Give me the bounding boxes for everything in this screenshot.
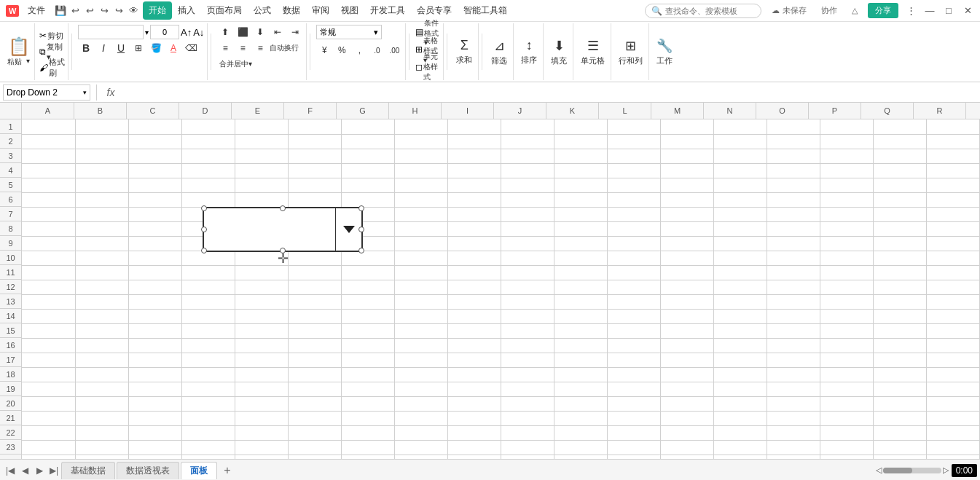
cell-I1[interactable]	[447, 119, 501, 134]
cell-O4[interactable]	[767, 163, 820, 178]
tab-formula[interactable]: 公式	[248, 1, 277, 20]
cell-J5[interactable]	[501, 178, 554, 192]
cell-B14[interactable]	[75, 309, 128, 323]
col-header-F[interactable]: F	[284, 103, 337, 119]
cell-H10[interactable]	[394, 251, 447, 265]
cell-L16[interactable]	[607, 338, 660, 353]
cell-B23[interactable]	[75, 440, 128, 455]
cell-M19[interactable]	[660, 382, 713, 396]
cell-I12[interactable]	[447, 280, 501, 294]
cell-C2[interactable]	[128, 134, 181, 149]
cell-R11[interactable]	[926, 265, 979, 280]
align-center-button[interactable]: ≡	[235, 41, 251, 55]
cell-I18[interactable]	[447, 367, 501, 382]
cell-B12[interactable]	[75, 280, 128, 294]
resize-handle-tl[interactable]	[201, 205, 207, 211]
cell-G18[interactable]	[341, 367, 394, 382]
row-col-button[interactable]: ⊞ 行和列	[616, 36, 646, 68]
cell-D16[interactable]	[181, 338, 235, 353]
cell-F10[interactable]	[288, 251, 341, 265]
cell-K13[interactable]	[554, 294, 607, 309]
cell-I13[interactable]	[447, 294, 501, 309]
cell-L5[interactable]	[607, 178, 660, 192]
cell-A6[interactable]	[22, 192, 75, 207]
cell-F16[interactable]	[288, 338, 341, 353]
cell-L17[interactable]	[607, 353, 660, 367]
comma-button[interactable]: ,	[351, 43, 367, 58]
cell-P23[interactable]	[820, 440, 873, 455]
paste-icon[interactable]: 📋	[8, 36, 30, 57]
cell-B10[interactable]	[75, 251, 128, 265]
cell-F18[interactable]	[288, 367, 341, 382]
cell-A23[interactable]	[22, 440, 75, 455]
cell-D18[interactable]	[181, 367, 235, 382]
cell-E6[interactable]	[235, 192, 288, 207]
cell-E4[interactable]	[235, 163, 288, 178]
cell-A2[interactable]	[22, 134, 75, 149]
cell-I23[interactable]	[447, 440, 501, 455]
cell-O11[interactable]	[767, 265, 820, 280]
fx-button[interactable]: fx	[103, 84, 119, 101]
cell-K11[interactable]	[554, 265, 607, 280]
cell-Q12[interactable]	[873, 280, 926, 294]
collab-button[interactable]: 协作	[817, 4, 842, 17]
cell-G15[interactable]	[341, 323, 394, 338]
cell-E19[interactable]	[235, 382, 288, 396]
cell-P9[interactable]	[820, 236, 873, 251]
cell-G14[interactable]	[341, 309, 394, 323]
cell-N11[interactable]	[713, 265, 767, 280]
cell-L22[interactable]	[607, 425, 660, 440]
row-header-18[interactable]: 18	[0, 367, 21, 382]
cell-L3[interactable]	[607, 149, 660, 163]
cell-G3[interactable]	[341, 149, 394, 163]
cell-Q10[interactable]	[873, 251, 926, 265]
cell-N19[interactable]	[713, 382, 767, 396]
row-header-24[interactable]: 24	[0, 455, 21, 459]
cell-A7[interactable]	[22, 207, 75, 221]
cell-M8[interactable]	[660, 221, 713, 236]
cell-D22[interactable]	[181, 425, 235, 440]
paste-dropdown[interactable]: ▾	[25, 57, 31, 67]
cell-I8[interactable]	[447, 221, 501, 236]
cell-J23[interactable]	[501, 440, 554, 455]
cell-H21[interactable]	[394, 411, 447, 425]
cell-O23[interactable]	[767, 440, 820, 455]
col-header-L[interactable]: L	[599, 103, 651, 119]
sheet-tab-jichushuju[interactable]: 基础数据	[61, 462, 115, 479]
cell-K19[interactable]	[554, 382, 607, 396]
cell-K3[interactable]	[554, 149, 607, 163]
cell-B5[interactable]	[75, 178, 128, 192]
cell-I6[interactable]	[447, 192, 501, 207]
cell-E21[interactable]	[235, 411, 288, 425]
cell-N8[interactable]	[713, 221, 767, 236]
cell-R12[interactable]	[926, 280, 979, 294]
cell-H1[interactable]	[394, 119, 447, 134]
cell-D17[interactable]	[181, 353, 235, 367]
row-header-3[interactable]: 3	[0, 149, 21, 163]
cell-N24[interactable]	[713, 455, 767, 459]
cell-P12[interactable]	[820, 280, 873, 294]
cell-A18[interactable]	[22, 367, 75, 382]
cell-I3[interactable]	[447, 149, 501, 163]
row-header-17[interactable]: 17	[0, 353, 21, 367]
cell-A24[interactable]	[22, 455, 75, 459]
align-right-button[interactable]: ≡	[252, 41, 268, 55]
cell-G21[interactable]	[341, 411, 394, 425]
inc-places-button[interactable]: .00	[386, 43, 402, 58]
cell-P15[interactable]	[820, 323, 873, 338]
close-icon[interactable]: ✕	[961, 4, 974, 17]
cell-N12[interactable]	[713, 280, 767, 294]
cell-H17[interactable]	[394, 353, 447, 367]
col-header-B[interactable]: B	[74, 103, 127, 119]
col-header-I[interactable]: I	[442, 103, 494, 119]
cell-L19[interactable]	[607, 382, 660, 396]
col-header-E[interactable]: E	[232, 103, 284, 119]
align-middle-button[interactable]: ⬛	[235, 25, 251, 39]
cell-D24[interactable]	[181, 455, 235, 459]
cell-A8[interactable]	[22, 221, 75, 236]
cell-M3[interactable]	[660, 149, 713, 163]
cell-O18[interactable]	[767, 367, 820, 382]
cell-G16[interactable]	[341, 338, 394, 353]
cell-G10[interactable]	[341, 251, 394, 265]
cell-Q3[interactable]	[873, 149, 926, 163]
